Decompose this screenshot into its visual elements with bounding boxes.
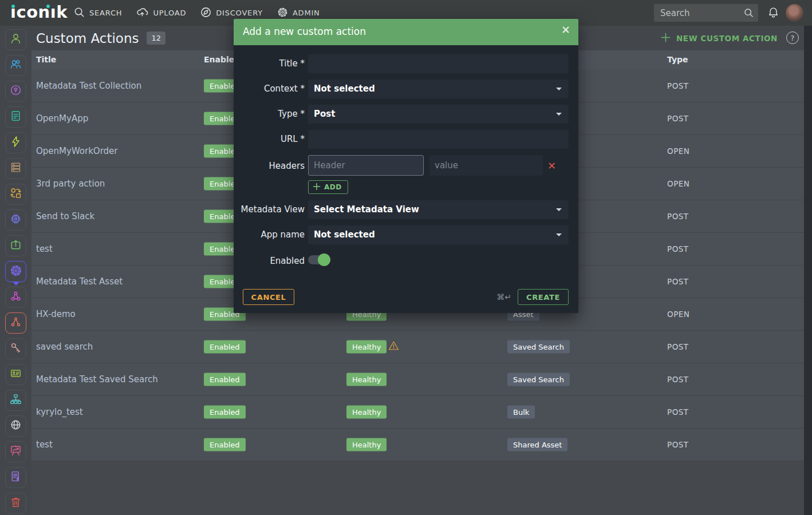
- sidebar-item-structure[interactable]: [5, 390, 26, 411]
- app-name-select[interactable]: Not selected: [308, 225, 569, 244]
- action-type: POST: [667, 81, 689, 90]
- global-search-input[interactable]: [654, 4, 741, 22]
- user-avatar[interactable]: [786, 4, 803, 22]
- column-header-type: Type: [667, 55, 688, 64]
- nav-search[interactable]: SEARCH: [73, 6, 122, 20]
- cancel-button[interactable]: CANCEL: [243, 289, 294, 305]
- global-search: [654, 4, 758, 22]
- action-type: POST: [667, 375, 689, 384]
- webhook-nodes-icon: [9, 290, 22, 305]
- enabled-badge: Enabled: [204, 340, 246, 354]
- action-title: test: [36, 244, 53, 254]
- nav-upload[interactable]: UPLOAD: [136, 6, 186, 20]
- sidebar-item-billing[interactable]: $: [5, 467, 26, 488]
- headers-label: Headers: [234, 161, 305, 171]
- chevron-down-icon: [556, 88, 562, 90]
- title-input[interactable]: [308, 54, 569, 73]
- enabled-badge: Enabled: [204, 438, 246, 451]
- server-stack-icon: [9, 161, 22, 176]
- sidebar-item-settings[interactable]: [5, 261, 26, 282]
- sidebar-item-custom-actions[interactable]: [5, 312, 26, 334]
- column-header-title: Title: [36, 55, 56, 64]
- sidebar-item-webhooks[interactable]: [5, 287, 26, 308]
- header-value-input[interactable]: [429, 155, 543, 176]
- type-label: Type *: [234, 109, 305, 119]
- plus-icon: [660, 32, 671, 45]
- sidebar-item-person[interactable]: [5, 29, 26, 50]
- svg-text:$: $: [16, 476, 19, 481]
- action-title: Metadata Test Asset: [36, 276, 123, 287]
- table-row[interactable]: kyrylo_test Enabled Healthy Bulk POST: [31, 396, 804, 429]
- context-select[interactable]: Not selected: [308, 80, 569, 98]
- shortcut-hint: ⌘↵: [480, 292, 511, 302]
- notifications-bell-icon[interactable]: [767, 6, 779, 22]
- type-select[interactable]: Post: [308, 105, 569, 124]
- add-header-button[interactable]: ADD: [308, 180, 348, 194]
- logo-dot: [46, 5, 50, 8]
- action-type: POST: [667, 114, 689, 123]
- gear-icon: [9, 264, 23, 280]
- health-badge: Healthy: [346, 340, 387, 354]
- header-key-input[interactable]: [308, 155, 424, 176]
- sidebar-item-export[interactable]: [5, 235, 26, 256]
- table-row[interactable]: saved search Enabled Healthy Saved Searc…: [31, 331, 804, 363]
- context-badge: Saved Search: [507, 373, 570, 386]
- people-icon: [9, 58, 22, 73]
- action-title: saved search: [36, 342, 93, 352]
- action-title: HX-demo: [36, 309, 76, 319]
- table-row[interactable]: test Enabled Healthy Shared Asset POST: [31, 429, 804, 461]
- remove-header-icon[interactable]: ✕: [547, 160, 556, 172]
- sidebar-item-storage[interactable]: [5, 158, 26, 179]
- toggle-knob: [318, 253, 330, 266]
- lock-circle-icon: [9, 84, 22, 99]
- action-type: POST: [667, 212, 689, 221]
- sidebar-item-chip[interactable]: [5, 209, 26, 231]
- sidebar-item-profiles[interactable]: [5, 364, 26, 385]
- enabled-label: Enabled: [234, 256, 305, 266]
- sidebar-item-people[interactable]: [5, 55, 26, 76]
- action-title: test: [36, 439, 53, 450]
- enabled-toggle[interactable]: [308, 255, 330, 264]
- url-label: URL *: [234, 134, 305, 144]
- table-row[interactable]: Metadata Test Saved Search Enabled Healt…: [31, 363, 804, 396]
- health-badge: Healthy: [346, 406, 387, 419]
- enabled-badge: Enabled: [204, 373, 246, 386]
- logo-dot: [11, 5, 15, 8]
- chevron-down-icon: [556, 113, 562, 116]
- nav-admin[interactable]: ADMIN: [277, 6, 320, 20]
- chip-icon: [9, 212, 22, 228]
- plus-icon: [313, 183, 321, 192]
- action-title: OpenMyApp: [36, 113, 88, 124]
- create-button[interactable]: CREATE: [518, 289, 569, 305]
- page-title: Custom Actions: [36, 31, 139, 46]
- sidebar-item-analytics[interactable]: [5, 441, 26, 462]
- action-type: OPEN: [667, 146, 689, 156]
- sidebar-item-lock[interactable]: [5, 81, 26, 102]
- title-label: Title *: [234, 58, 305, 69]
- iconik-logo[interactable]: ıconık: [10, 2, 68, 22]
- sidebar-item-domains[interactable]: [5, 415, 26, 437]
- nav-discovery[interactable]: DISCOVERY: [200, 6, 263, 20]
- sidebar-item-lightning[interactable]: [5, 132, 26, 153]
- metadata-view-select[interactable]: Select Metadata View: [308, 200, 569, 219]
- help-button[interactable]: ?: [786, 31, 799, 44]
- scroll-track[interactable]: [804, 26, 812, 515]
- sidebar-item-transfer[interactable]: [5, 184, 26, 205]
- sidebar-item-trash[interactable]: [5, 493, 26, 514]
- action-type: OPEN: [667, 179, 689, 188]
- modal-title: Add a new custom action: [243, 26, 366, 37]
- url-input[interactable]: [308, 130, 569, 149]
- new-custom-action-button[interactable]: NEW CUSTOM ACTION: [660, 26, 778, 50]
- id-card-icon: [9, 367, 22, 382]
- chevron-down-icon: [556, 208, 562, 211]
- enabled-badge: Enabled: [204, 406, 246, 419]
- gear-icon: [277, 6, 289, 20]
- sidebar-item-tokens[interactable]: [5, 338, 26, 359]
- search-icon: [73, 6, 85, 20]
- close-icon[interactable]: ✕: [561, 25, 570, 35]
- warning-icon[interactable]: [388, 340, 399, 353]
- box-arrow-up-icon: [9, 238, 22, 253]
- action-type: POST: [667, 342, 689, 351]
- action-title: Metadata Test Saved Search: [36, 374, 158, 385]
- sidebar-item-document[interactable]: [5, 106, 26, 128]
